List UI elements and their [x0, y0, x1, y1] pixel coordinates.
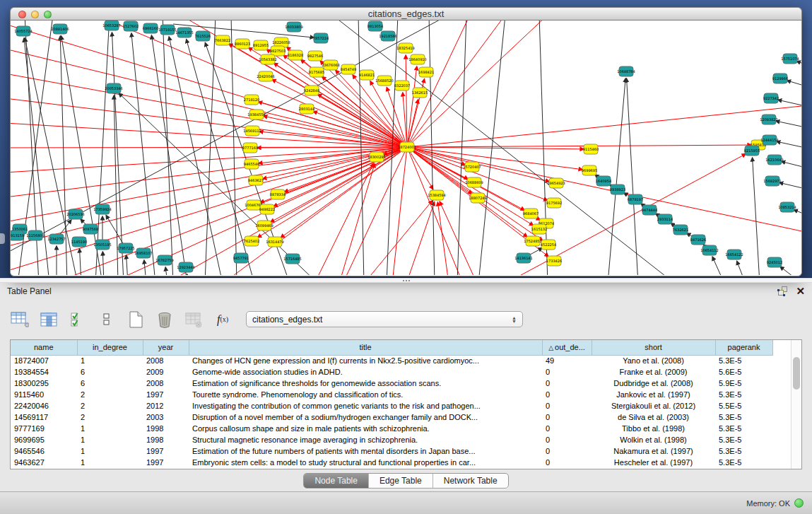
cell-name[interactable]: 9699695	[11, 434, 77, 445]
graph-edge[interactable]	[429, 21, 435, 275]
cell-short[interactable]: Dudbridge et al. (2008)	[592, 378, 715, 389]
graph-edge[interactable]	[787, 81, 801, 87]
graph-node[interactable]: 15720407	[463, 162, 481, 172]
cell-title[interactable]: Structural magnetic resonance image aver…	[189, 434, 542, 445]
graph-node[interactable]: 16210643	[765, 155, 783, 165]
cell-out_degree[interactable]: 0	[542, 400, 592, 411]
cell-year[interactable]: 2003	[143, 411, 189, 423]
graph-node[interactable]: 2718120	[244, 95, 259, 105]
graph-node[interactable]: 16099469	[255, 221, 273, 230]
graph-edge[interactable]	[339, 164, 375, 275]
graph-node[interactable]: 7663822	[215, 35, 230, 45]
cell-pagerank[interactable]: 5.3E-5	[715, 434, 772, 445]
cell-short[interactable]: de Silva et al. (2003)	[592, 411, 715, 423]
graph-node[interactable]: 7632621	[673, 225, 688, 235]
graph-edge[interactable]	[11, 74, 407, 147]
graph-edge[interactable]	[11, 147, 407, 247]
panel-splitter[interactable]	[0, 278, 812, 283]
network-view-window[interactable]: citations_edges.txt 14055724208914061065…	[10, 7, 802, 276]
graph-edge[interactable]	[407, 21, 548, 147]
column-header-out-degree[interactable]: △out_de...	[542, 340, 592, 355]
cell-out_degree[interactable]: 0	[542, 434, 592, 445]
tab-edge-table[interactable]: Edge Table	[369, 474, 433, 488]
graph-edge[interactable]	[778, 100, 801, 107]
graph-node[interactable]: 15688520	[375, 76, 393, 86]
graph-node[interactable]: 7625402	[244, 236, 259, 246]
graph-edge[interactable]	[779, 182, 801, 189]
cell-year[interactable]: 1997	[143, 445, 189, 457]
graph-node[interactable]: 20053346	[105, 83, 122, 93]
table-selector-dropdown[interactable]: citations_edges.txt ▲▼	[246, 311, 523, 327]
graph-edge[interactable]	[776, 121, 801, 128]
graph-edge[interactable]	[264, 116, 407, 147]
column-header-title[interactable]: title	[189, 340, 542, 355]
graph-node[interactable]: 9827546	[307, 51, 323, 61]
graph-node[interactable]: 9146821	[359, 70, 375, 80]
graph-node[interactable]: 18807249	[469, 193, 486, 203]
cell-pagerank[interactable]: 5.3E-5	[715, 411, 772, 423]
cell-year[interactable]: 2009	[143, 366, 189, 378]
graph-edge[interactable]	[358, 21, 364, 275]
graph-node[interactable]: 18325419	[396, 43, 414, 53]
graph-node[interactable]: 16958107	[134, 248, 152, 258]
graph-node[interactable]: 1698421	[418, 67, 434, 77]
cell-title[interactable]: Disruption of a novel member of a sodium…	[189, 411, 542, 423]
graph-node[interactable]: 9245012	[767, 257, 782, 267]
graph-node[interactable]: 9227342	[763, 93, 779, 103]
table-row[interactable]: 946554611997Estimation of the future num…	[11, 445, 772, 457]
graph-node[interactable]: 7615526	[195, 31, 211, 41]
cell-in_degree[interactable]: 1	[77, 457, 143, 468]
graph-node[interactable]: 10653287	[102, 21, 120, 30]
row-height-button[interactable]	[97, 310, 117, 329]
graph-node[interactable]: 13505195	[93, 240, 111, 250]
graph-node[interactable]: 9129966	[772, 74, 788, 83]
cell-name[interactable]: 18300295	[11, 378, 77, 389]
cell-title[interactable]: Corpus callosum shape and size in male p…	[189, 423, 542, 434]
cell-pagerank[interactable]: 5.3E-5	[715, 423, 772, 434]
float-panel-icon[interactable]	[778, 286, 787, 296]
graph-node[interactable]: 14055724	[14, 26, 32, 36]
cell-in_degree[interactable]: 1	[77, 423, 143, 434]
minimize-window-button[interactable]	[31, 11, 39, 18]
graph-edge[interactable]	[231, 21, 237, 275]
graph-edge[interactable]	[332, 21, 675, 275]
cell-name[interactable]: 9465546	[11, 445, 77, 457]
network-canvas[interactable]: 1405572420891406106532871527602696616010…	[10, 21, 802, 276]
table-row[interactable]: 969969511998Structural magnetic resonanc…	[11, 434, 772, 445]
cell-pagerank[interactable]: 5.3E-5	[715, 355, 772, 366]
graph-edge[interactable]	[782, 161, 801, 168]
graph-node[interactable]: 1527602	[123, 21, 139, 31]
table-row[interactable]: 946362711997Embryonic stem cells: a mode…	[11, 457, 772, 468]
table-scrollbar[interactable]	[791, 340, 801, 469]
delete-table-button[interactable]	[184, 310, 204, 329]
graph-edge[interactable]	[794, 210, 801, 216]
graph-node[interactable]: 19654923	[547, 178, 565, 188]
cell-short[interactable]: Hescheler et al. (1997)	[592, 457, 715, 468]
graph-edge[interactable]	[407, 147, 433, 189]
graph-node[interactable]: 9463627	[248, 175, 264, 185]
cell-in_degree[interactable]: 1	[77, 355, 143, 366]
graph-node[interactable]: 9115460	[583, 144, 599, 154]
graph-node[interactable]: 19218586	[379, 31, 396, 41]
table-row[interactable]: 1456911722003Disruption of a novel membe…	[11, 411, 772, 423]
graph-node[interactable]: 9242848	[304, 86, 319, 95]
graph-node[interactable]: 10719155	[158, 25, 176, 35]
graph-edge[interactable]	[126, 255, 128, 275]
graph-node[interactable]: 20206536	[66, 209, 84, 219]
graph-edge[interactable]	[407, 66, 417, 147]
graph-node[interactable]: 8322037	[394, 81, 410, 90]
graph-node[interactable]: 16033809	[285, 22, 302, 32]
cell-title[interactable]: Estimation of significance thresholds fo…	[189, 378, 542, 389]
cell-pagerank[interactable]: 5.9E-5	[715, 378, 772, 389]
table-row[interactable]: 2242004622012Investigating the contribut…	[11, 400, 772, 411]
graph-node[interactable]: 8860123	[235, 39, 250, 49]
graph-edge[interactable]	[539, 21, 548, 275]
graph-node[interactable]: 9465546	[244, 159, 259, 169]
graph-edge[interactable]	[780, 267, 801, 275]
cell-in_degree[interactable]: 1	[77, 434, 143, 445]
graph-node[interactable]: 3913159	[11, 230, 24, 240]
graph-edge[interactable]	[505, 154, 746, 275]
graph-edge[interactable]	[187, 274, 189, 275]
network-window-titlebar[interactable]: citations_edges.txt	[10, 7, 802, 21]
graph-node[interactable]: 14569117	[243, 126, 261, 136]
